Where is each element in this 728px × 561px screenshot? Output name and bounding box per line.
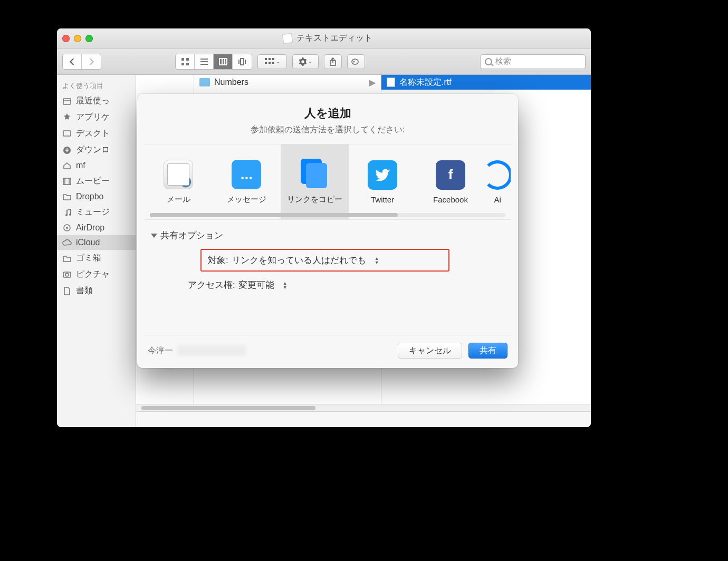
sidebar-item-pictures[interactable]: ピクチャ xyxy=(57,266,136,283)
access-select[interactable]: アクセス権: 変更可能 ▲▼ xyxy=(188,279,511,291)
minimize-icon[interactable] xyxy=(74,35,81,42)
sheet-footer: 今淳一 キャンセル 共有 xyxy=(145,335,511,361)
file-row-numbers[interactable]: Numbers ▶ xyxy=(194,75,381,90)
search-placeholder: 検索 xyxy=(495,56,511,66)
folder-icon xyxy=(62,192,72,201)
svg-rect-3 xyxy=(186,63,189,65)
icon-view-button[interactable] xyxy=(176,54,195,69)
sidebar-item-trash[interactable]: ゴミ箱 xyxy=(57,250,136,266)
svg-rect-0 xyxy=(181,58,184,61)
airdrop-icon xyxy=(484,160,511,190)
share-sheet: 人を追加 参加依頼の送信方法を選択してください: メール メッセージ リンクをコ… xyxy=(137,94,518,368)
window-title: テキストエディット xyxy=(101,33,554,44)
share-method-label: Ai xyxy=(494,195,501,204)
sidebar-heading: よく使う項目 xyxy=(57,78,136,93)
share-method-copy-link[interactable]: リンクをコピー xyxy=(281,144,349,219)
folder-icon xyxy=(199,78,210,86)
footer-redacted xyxy=(177,345,246,356)
sidebar-item-icloud[interactable]: iCloud xyxy=(57,235,136,250)
sidebar-item-home[interactable]: mf xyxy=(57,158,136,173)
sheet-title: 人を追加 xyxy=(145,105,511,121)
close-icon[interactable] xyxy=(62,35,70,42)
share-method-label: メール xyxy=(167,195,190,205)
sidebar-item-airdrop[interactable]: AirDrop xyxy=(57,220,136,235)
sidebar: よく使う項目 最近使っ アプリケ デスクト ダウンロ mf ムービー Dropb… xyxy=(57,75,136,427)
apps-scrollbar[interactable] xyxy=(150,213,505,217)
arrange-button[interactable]: ⌄ xyxy=(257,54,287,69)
sidebar-item-dropbox[interactable]: Dropbo xyxy=(57,189,136,204)
svg-rect-10 xyxy=(241,59,244,65)
share-method-mail[interactable]: メール xyxy=(145,144,213,219)
dropdown-indicator-icon: ▲▼ xyxy=(375,256,379,265)
sidebar-item-applications[interactable]: アプリケ xyxy=(57,109,136,125)
footer-user-name: 今淳一 xyxy=(148,345,173,356)
zoom-icon[interactable] xyxy=(85,35,93,42)
sidebar-item-documents[interactable]: 書類 xyxy=(57,283,136,299)
sheet-subtitle: 参加依頼の送信方法を選択してください: xyxy=(145,124,511,136)
svg-point-31 xyxy=(65,273,69,276)
sidebar-item-downloads[interactable]: ダウンロ xyxy=(57,142,136,158)
toolbar: ⌄ ⌄ 検索 xyxy=(57,49,591,75)
sidebar-item-movies[interactable]: ムービー xyxy=(57,173,136,189)
dropdown-indicator-icon: ▲▼ xyxy=(283,281,288,289)
path-bar xyxy=(136,411,591,427)
action-button[interactable]: ⌄ xyxy=(292,54,319,69)
disclosure-triangle-icon xyxy=(151,234,157,238)
search-field[interactable]: 検索 xyxy=(480,54,586,69)
file-name: 名称未設定.rtf xyxy=(399,77,452,88)
share-options: 共有オプション 対象: リンクを知っている人はだれでも ▲▼ アクセス権: 変更… xyxy=(145,229,511,291)
target-select[interactable]: 対象: リンクを知っている人はだれでも ▲▼ xyxy=(200,249,449,272)
twitter-icon xyxy=(368,160,397,190)
share-button[interactable] xyxy=(324,54,342,69)
access-value: 変更可能 xyxy=(238,279,274,291)
share-method-list[interactable]: メール メッセージ リンクをコピー Twitter f Facebook xyxy=(145,144,511,220)
sidebar-item-music[interactable]: ミュージ xyxy=(57,204,136,220)
svg-rect-2 xyxy=(181,63,184,65)
file-name: Numbers xyxy=(214,78,248,87)
svg-rect-23 xyxy=(63,131,71,136)
share-method-airdrop[interactable]: Ai xyxy=(484,144,511,219)
sidebar-item-recents[interactable]: 最近使っ xyxy=(57,93,136,109)
cancel-button[interactable]: キャンセル xyxy=(398,343,462,359)
target-label: 対象: xyxy=(208,254,228,266)
share-method-messages[interactable]: メッセージ xyxy=(213,144,281,219)
target-value: リンクを知っている人はだれでも xyxy=(232,254,366,266)
messages-icon xyxy=(232,160,261,189)
svg-rect-1 xyxy=(186,58,189,61)
back-button[interactable] xyxy=(63,54,82,69)
view-mode-switch[interactable] xyxy=(175,54,252,70)
horizontal-scrollbar[interactable] xyxy=(136,404,591,411)
share-method-twitter[interactable]: Twitter xyxy=(349,144,417,219)
window-title-text: テキストエディット xyxy=(296,33,372,44)
titlebar: テキストエディット xyxy=(57,28,591,49)
file-row-rtf[interactable]: 名称未設定.rtf xyxy=(381,75,591,90)
svg-point-20 xyxy=(353,61,355,62)
svg-point-29 xyxy=(66,227,68,229)
list-view-button[interactable] xyxy=(195,54,214,69)
downloads-icon xyxy=(62,146,72,155)
folder-icon xyxy=(62,254,72,263)
chevron-right-icon: ▶ xyxy=(369,78,376,88)
share-button[interactable]: 共有 xyxy=(468,343,507,359)
airdrop-icon xyxy=(62,223,72,233)
movies-icon xyxy=(62,177,72,186)
share-method-label: リンクをコピー xyxy=(287,195,342,205)
svg-rect-17 xyxy=(269,62,271,64)
icloud-icon xyxy=(62,238,72,247)
tags-button[interactable] xyxy=(347,54,365,69)
column-view-button[interactable] xyxy=(214,54,233,69)
forward-button[interactable] xyxy=(82,54,101,69)
sidebar-item-desktop[interactable]: デスクト xyxy=(57,125,136,142)
nav-back-forward[interactable] xyxy=(62,54,101,70)
gallery-view-button[interactable] xyxy=(233,54,252,69)
share-method-facebook[interactable]: f Facebook xyxy=(417,144,485,219)
facebook-icon: f xyxy=(436,160,465,190)
share-options-toggle[interactable]: 共有オプション xyxy=(151,229,511,241)
document-icon xyxy=(282,33,293,44)
svg-rect-18 xyxy=(272,62,274,64)
svg-rect-15 xyxy=(272,58,274,60)
share-method-label: Twitter xyxy=(371,195,394,204)
document-icon xyxy=(387,78,395,87)
svg-rect-13 xyxy=(265,58,267,60)
share-method-label: Facebook xyxy=(433,195,468,204)
